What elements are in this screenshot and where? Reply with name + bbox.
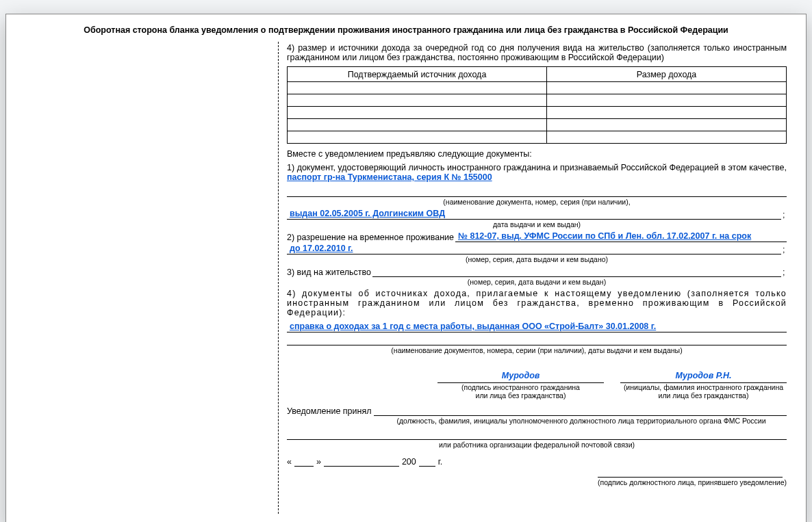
doc2-hint: (номер, серия, дата выдачи и кем выдано)	[287, 255, 787, 263]
quote-close: »	[316, 457, 321, 467]
doc1-hint: (наименование документа, номер, серия (п…	[287, 198, 787, 206]
doc1-issued-hint: дата выдачи и кем выдан)	[287, 220, 787, 229]
quote-open: «	[287, 457, 292, 467]
year-prefix: 200	[402, 457, 416, 467]
accept-label: Уведомление принял	[287, 406, 371, 416]
doc3-lead: 3) вид на жительство	[287, 267, 371, 277]
doc3-value-line	[372, 266, 781, 277]
two-column-layout: 4) размер и источники дохода за очередно…	[25, 42, 787, 514]
official-signature-hint: (подпись должностного лица, принявшего у…	[598, 478, 787, 486]
item-4-paragraph: 4) размер и источники дохода за очередно…	[287, 43, 787, 62]
doc1-paragraph: 1) документ, удостоверяющий личность ино…	[287, 163, 787, 182]
signature-caption-1b: или лица без гражданства)	[437, 391, 604, 400]
doc2-lead: 2) разрешение на временное проживание	[287, 233, 454, 242]
date-day-field	[294, 466, 314, 467]
signature-caption-2b: или лица без гражданства)	[620, 391, 787, 400]
document-page: Оборотная сторона бланка уведомления о п…	[5, 14, 807, 522]
accept-line	[374, 405, 787, 416]
doc1-lead: 1) документ, удостоверяющий личность ино…	[287, 163, 787, 172]
accept-hint: (должность, фамилия, инициалы уполномоче…	[287, 417, 787, 425]
semicolon: ;	[783, 245, 787, 255]
date-year-field	[419, 466, 435, 467]
semicolon: ;	[783, 267, 787, 277]
doc4-text: 4) документы об источниках дохода, прила…	[287, 289, 787, 317]
signature-caption-1a: (подпись иностранного гражданина	[437, 383, 604, 391]
date-row: « » 200 г.	[287, 457, 787, 467]
doc2-value-line2: до 17.02.2010 г.	[287, 244, 781, 255]
semicolon: ;	[783, 210, 787, 220]
col-amount-header: Размер дохода	[547, 67, 787, 82]
signature-caption-2a: (инициалы, фамилия иностранного граждани…	[620, 383, 787, 391]
table-row	[288, 107, 787, 119]
table-row	[288, 119, 787, 131]
income-table: Подтверждаемый источник дохода Размер до…	[287, 66, 787, 144]
documents-intro: Вместе с уведомлением предъявляю следующ…	[287, 149, 787, 159]
doc1-issued-line: выдан 02.05.2005 г. Долгинским ОВД	[287, 209, 781, 220]
doc4-value: справка о доходах за 1 год с места работ…	[287, 322, 787, 332]
table-row	[288, 94, 787, 107]
doc3-hint: (номер, серия, дата выдачи и кем выдан)	[287, 278, 787, 286]
doc4-hint: (наименование документов, номера, серии …	[287, 346, 787, 354]
page-title: Оборотная сторона бланка уведомления о п…	[25, 24, 787, 42]
table-row	[288, 131, 787, 144]
col-source-header: Подтверждаемый источник дохода	[288, 67, 547, 82]
date-month-field	[324, 466, 399, 467]
official-signature-line	[598, 468, 783, 478]
signature-value: Муродов	[437, 371, 604, 383]
fullname-value: Муродов Р.Н.	[620, 371, 787, 383]
table-row	[288, 82, 787, 94]
year-suffix: г.	[438, 457, 443, 467]
tear-off-stub	[25, 42, 279, 514]
signature-area: Муродов (подпись иностранного гражданина…	[287, 371, 787, 400]
blank-line	[287, 186, 787, 197]
doc1-value: паспорт гр-на Туркменистана, серия К № 1…	[287, 172, 492, 182]
blank-line	[287, 335, 787, 345]
doc4-paragraph: 4) документы об источниках дохода, прила…	[287, 289, 787, 317]
doc2-value: № 812-07, выд. УФМС России по СПб и Лен.…	[455, 231, 787, 242]
form-content: 4) размер и источники дохода за очередно…	[279, 42, 787, 514]
accept-line-2	[287, 429, 787, 440]
accept-hint-2: или работника организации федеральной по…	[287, 441, 787, 449]
